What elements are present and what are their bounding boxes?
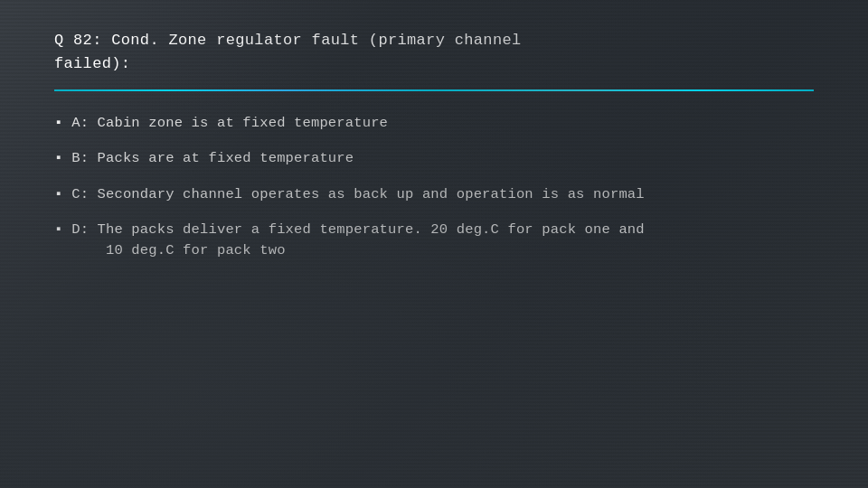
bullet-a: ▪ xyxy=(54,114,62,135)
divider-line xyxy=(54,89,814,91)
slide-background: Q 82: Cond. Zone regulator fault (primar… xyxy=(0,0,868,488)
option-c: ▪ C: Secondary channel operates as back … xyxy=(54,184,814,206)
bullet-d: ▪ xyxy=(54,221,62,241)
option-c-text: C: Secondary channel operates as back up… xyxy=(71,184,645,205)
bullet-b: ▪ xyxy=(54,149,62,170)
option-d-text: D: The packs deliver a fixed temperature… xyxy=(71,220,645,262)
option-b: ▪ B: Packs are at fixed temperature xyxy=(54,148,814,170)
options-list: ▪ A: Cabin zone is at fixed temperature … xyxy=(54,113,814,262)
option-a: ▪ A: Cabin zone is at fixed temperature xyxy=(54,113,814,135)
question-title: Q 82: Cond. Zone regulator fault (primar… xyxy=(54,29,814,77)
option-a-text: A: Cabin zone is at fixed temperature xyxy=(71,113,388,134)
option-b-text: B: Packs are at fixed temperature xyxy=(71,148,354,169)
bullet-c: ▪ xyxy=(54,185,62,206)
option-d: ▪ D: The packs deliver a fixed temperatu… xyxy=(54,220,814,262)
